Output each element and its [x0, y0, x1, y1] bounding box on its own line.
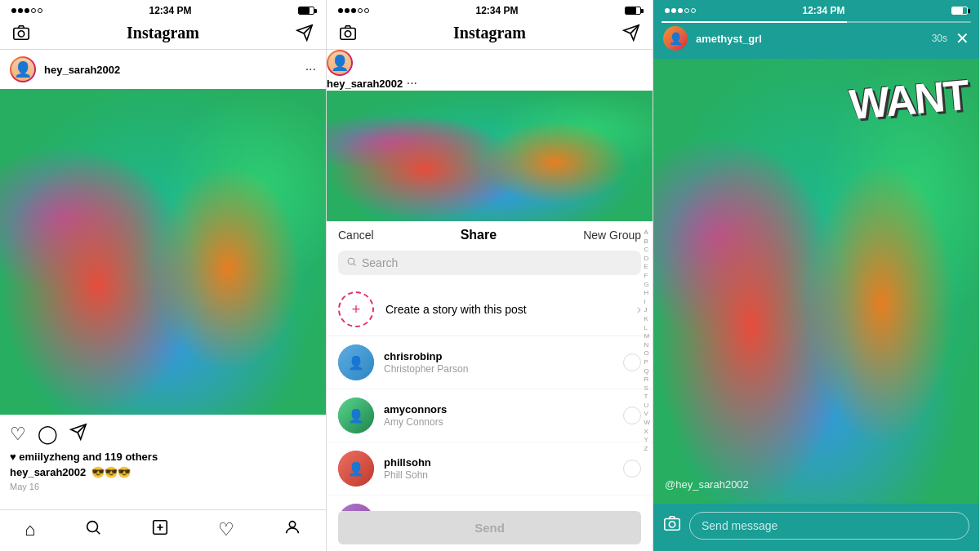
- svg-point-9: [669, 522, 675, 527]
- select-radio-1[interactable]: [623, 353, 641, 371]
- contact-item-amyconnors[interactable]: 👤 amyconnors Amy Connors: [327, 389, 653, 442]
- story-time: 30s: [932, 33, 947, 44]
- signal-dot: [18, 8, 23, 13]
- status-bar-2: 12:34 PM: [327, 0, 653, 18]
- contact-item-kroccosmodernlife[interactable]: 👤 kroccosmodernlife Kyle Rocco: [327, 495, 653, 511]
- home-nav-icon[interactable]: ⌂: [24, 519, 35, 540]
- post-image: [0, 89, 326, 415]
- share-title: Share: [461, 228, 497, 242]
- camera-story-icon[interactable]: [663, 514, 681, 537]
- story-progress-bar: [662, 21, 971, 23]
- status-time-2: 12:34 PM: [475, 5, 518, 16]
- share-post-avatar[interactable]: 👤: [327, 50, 353, 76]
- phone-share: 12:34 PM Instagram 👤 hey_sarah20: [327, 0, 653, 551]
- signal-dot-3: [684, 8, 689, 13]
- story-user-bar: 👤 amethyst_grl 30s ✕: [653, 26, 979, 59]
- share-sheet-header: Cancel Share New Group: [327, 221, 653, 251]
- story-shoe-bg: [653, 59, 979, 504]
- contact-avatar-4: 👤: [338, 504, 374, 511]
- svg-point-7: [348, 258, 354, 264]
- svg-point-2: [87, 522, 98, 532]
- app-title-1: Instagram: [127, 24, 199, 42]
- signal-dot: [364, 8, 369, 13]
- avatar-image-2: 👤: [328, 51, 351, 74]
- post-date: May 16: [0, 482, 326, 498]
- story-username[interactable]: amethyst_grl: [696, 33, 924, 45]
- share-post-header: 👤 hey_sarah2002 ···: [327, 50, 653, 91]
- contact-info-3: phillsohn Phill Sohn: [384, 456, 613, 481]
- avatar-image: 👤: [11, 58, 34, 81]
- story-want-text: WANT: [848, 70, 970, 129]
- share-icon[interactable]: [69, 423, 87, 446]
- dm-nav-icon[interactable]: [295, 23, 314, 42]
- story-avatar[interactable]: 👤: [663, 26, 688, 51]
- chevron-right-icon: ›: [637, 302, 641, 317]
- post-avatar[interactable]: 👤: [10, 56, 36, 82]
- svg-rect-5: [341, 29, 355, 40]
- search-icon: [346, 256, 357, 269]
- plus-icon: +: [352, 301, 361, 318]
- camera-nav-icon-2[interactable]: [338, 23, 358, 42]
- signal-dot: [345, 8, 350, 13]
- contact-username-2: amyconnors: [384, 403, 613, 415]
- story-mention: @hey_sarah2002: [665, 478, 749, 491]
- cancel-button[interactable]: Cancel: [338, 229, 374, 242]
- contact-item-phillsohn[interactable]: 👤 phillsohn Phill Sohn: [327, 442, 653, 495]
- message-placeholder: Send message: [702, 519, 777, 532]
- contact-username-1: chrisrobinp: [384, 350, 613, 362]
- svg-point-1: [18, 31, 24, 37]
- share-shoe-photo: [327, 91, 653, 221]
- create-story-option[interactable]: + Create a story with this post ›: [327, 283, 653, 336]
- shoe-photo: [0, 89, 326, 415]
- signal-dot-3: [691, 8, 696, 13]
- status-time-3: 12:34 PM: [802, 5, 844, 16]
- search-nav-icon[interactable]: [84, 518, 102, 541]
- contact-item-chrisrobinp[interactable]: 👤 chrisrobinp Christopher Parson: [327, 336, 653, 389]
- battery-icon-2: [625, 7, 641, 15]
- bottom-nav-1: ⌂ ♡: [0, 509, 326, 551]
- svg-rect-0: [14, 29, 29, 40]
- nav-bar-1: Instagram: [0, 18, 326, 50]
- phone-story: 12:34 PM 👤 amethyst_grl 30s ✕ WANT @hey_…: [653, 0, 980, 551]
- status-bar-3: 12:34 PM: [653, 0, 979, 18]
- message-input[interactable]: Send message: [689, 512, 969, 540]
- camera-nav-icon[interactable]: [11, 23, 31, 42]
- contact-username-3: phillsohn: [384, 456, 613, 469]
- more-options-icon[interactable]: ···: [305, 62, 316, 77]
- dm-nav-icon-2[interactable]: [621, 23, 641, 42]
- battery-icon-3: [951, 7, 968, 15]
- search-bar[interactable]: Search: [338, 251, 641, 275]
- alphabet-index: A B C D E F G H I J K L M N O P Q R S T …: [644, 229, 650, 452]
- add-nav-icon[interactable]: [151, 518, 169, 541]
- contacts-list: 👤 chrisrobinp Christopher Parson 👤 amyco…: [327, 336, 653, 511]
- contact-avatar-3: 👤: [338, 451, 374, 487]
- contact-avatar-2: 👤: [338, 398, 374, 433]
- contact-info-2: amyconnors Amy Connors: [384, 403, 613, 428]
- post-username[interactable]: hey_sarah2002: [44, 64, 297, 76]
- story-bottom-bar: Send message: [653, 504, 979, 551]
- signal-dot: [338, 8, 343, 13]
- signal-dot: [31, 8, 36, 13]
- svg-point-4: [289, 522, 295, 527]
- status-bar-1: 12:34 PM: [0, 0, 326, 18]
- select-radio-3[interactable]: [623, 460, 641, 478]
- signal-dot-3: [671, 8, 676, 13]
- caption-username[interactable]: hey_sarah2002: [10, 466, 86, 478]
- signal-dot-3: [665, 8, 670, 13]
- profile-nav-icon[interactable]: [283, 518, 301, 541]
- story-progress-container: [653, 18, 979, 26]
- more-options-icon-2[interactable]: ···: [407, 76, 417, 90]
- app-title-2: Instagram: [453, 24, 526, 42]
- search-input[interactable]: Search: [362, 256, 398, 269]
- contact-info-1: chrisrobinp Christopher Parson: [384, 350, 613, 375]
- comment-icon[interactable]: ◯: [38, 424, 58, 445]
- activity-nav-icon[interactable]: ♡: [218, 519, 234, 540]
- new-group-button[interactable]: New Group: [583, 229, 641, 242]
- like-icon[interactable]: ♡: [10, 424, 26, 445]
- send-button[interactable]: Send: [338, 511, 641, 544]
- contact-name-3: Phill Sohn: [384, 469, 613, 481]
- signal-dot: [351, 8, 356, 13]
- select-radio-2[interactable]: [623, 407, 641, 424]
- story-progress-fill: [662, 21, 847, 23]
- close-icon[interactable]: ✕: [956, 29, 969, 48]
